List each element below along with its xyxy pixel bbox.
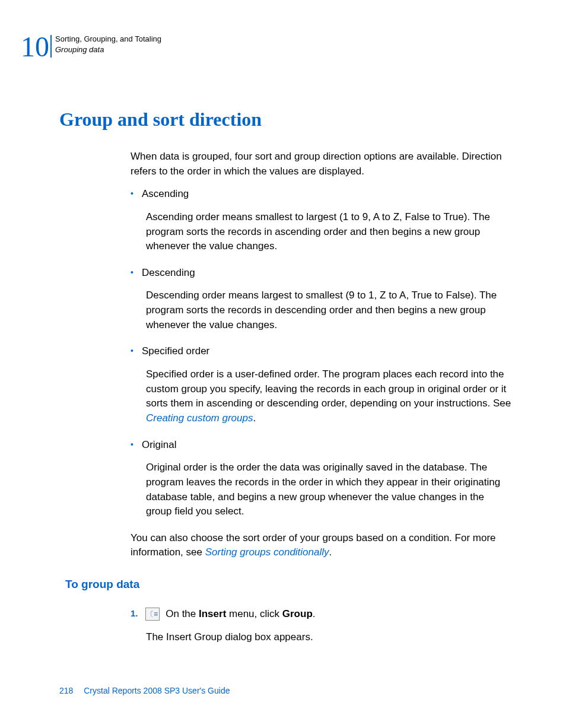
- page-header: 10 Sorting, Grouping, and Totaling Group…: [21, 33, 513, 61]
- bullet-ascending: • Ascending: [131, 187, 513, 202]
- bullet-label: Descending: [142, 266, 513, 281]
- step-subtext: The Insert Group dialog box appears.: [146, 630, 513, 645]
- bullet-desc-ascending: Ascending order means smallest to larges…: [146, 210, 513, 254]
- bullet-specified: • Specified order: [131, 344, 513, 359]
- step-text-post: .: [313, 608, 316, 619]
- chapter-number: 10: [21, 33, 49, 61]
- bullet-label: Specified order: [142, 344, 513, 359]
- page-footer: 218 Crystal Reports 2008 SP3 User's Guid…: [59, 686, 230, 695]
- header-text: Sorting, Grouping, and Totaling Grouping…: [55, 34, 161, 55]
- doc-title: Crystal Reports 2008 SP3 User's Guide: [84, 686, 230, 695]
- intro-paragraph: When data is grouped, four sort and grou…: [131, 150, 513, 179]
- insert-group-icon: 〔≡: [145, 608, 160, 621]
- bullet-dot-icon: •: [131, 438, 133, 453]
- heading-to-group-data: To group data: [65, 578, 513, 591]
- bullet-dot-icon: •: [131, 344, 133, 359]
- desc-text-pre: Specified order is a user-defined order.…: [146, 368, 511, 409]
- section-title: Grouping data: [55, 44, 161, 55]
- chapter-title: Sorting, Grouping, and Totaling: [55, 34, 161, 44]
- step-bold-group: Group: [282, 608, 313, 619]
- step-content: 〔≡ On the Insert menu, click Group.: [145, 606, 316, 622]
- bullet-label: Original: [142, 438, 513, 453]
- step-text-mid: menu, click: [226, 608, 282, 619]
- bullet-dot-icon: •: [131, 266, 133, 281]
- link-creating-custom-groups[interactable]: Creating custom groups: [146, 412, 253, 424]
- header-divider: [50, 35, 52, 58]
- step-1: 1. 〔≡ On the Insert menu, click Group. T…: [131, 605, 513, 644]
- bullet-desc-descending: Descending order means largest to smalle…: [146, 288, 513, 332]
- outro-paragraph: You can also choose the sort order of yo…: [131, 531, 513, 560]
- link-sorting-groups-conditionally[interactable]: Sorting groups conditionally: [205, 546, 329, 558]
- step-number: 1.: [131, 605, 138, 622]
- outro-post: .: [329, 546, 332, 558]
- bullet-label: Ascending: [142, 187, 513, 202]
- page-number: 218: [59, 686, 73, 695]
- step-text-pre: On the: [163, 608, 199, 619]
- bullet-original: • Original: [131, 438, 513, 453]
- bullet-desc-original: Original order is the order the data was…: [146, 460, 513, 519]
- step-bold-insert: Insert: [199, 608, 226, 619]
- bullet-dot-icon: •: [131, 187, 133, 202]
- bullet-descending: • Descending: [131, 266, 513, 281]
- heading-group-sort-direction: Group and sort direction: [59, 109, 513, 131]
- desc-text-post: .: [253, 412, 256, 424]
- bullet-desc-specified: Specified order is a user-defined order.…: [146, 367, 513, 426]
